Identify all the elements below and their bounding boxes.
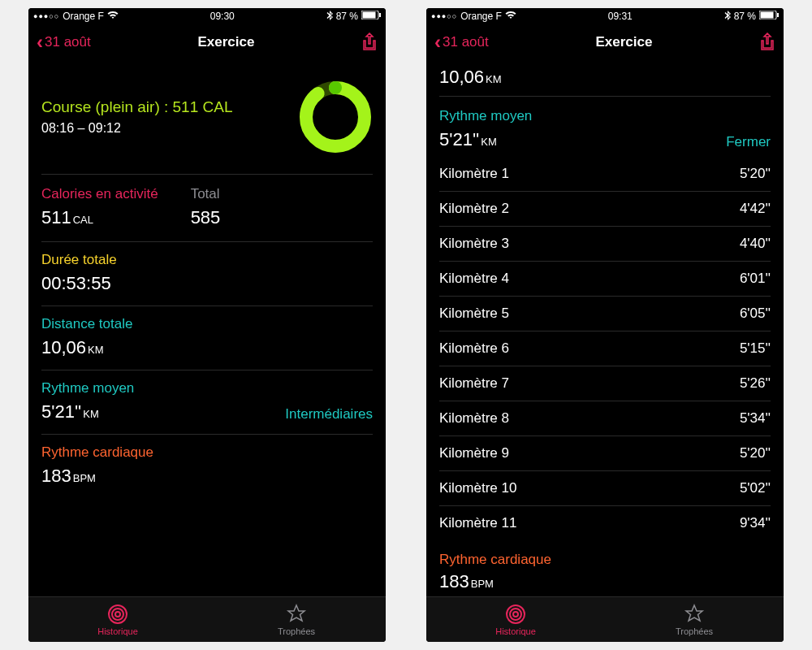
pace-block: Rythme moyen 5'21''KM Intermédiaires (28, 370, 386, 434)
split-row: Kilomètre 95'20'' (439, 436, 771, 471)
heart-rate-block: Rythme cardiaque 183BPM (28, 435, 386, 498)
svg-rect-10 (761, 12, 774, 19)
clock-label: 09:31 (608, 11, 633, 22)
split-value: 6'05'' (740, 306, 771, 322)
heart-rate-label: Rythme cardiaque (439, 552, 771, 568)
share-button[interactable] (361, 32, 378, 52)
svg-point-7 (112, 609, 123, 620)
total-calories-value: 585 (191, 207, 221, 228)
total-calories-label: Total (191, 186, 221, 202)
svg-rect-1 (363, 12, 376, 19)
split-value: 5'20'' (740, 445, 771, 462)
tab-history[interactable]: Historique (426, 597, 605, 642)
close-splits-button[interactable]: Fermer (726, 134, 771, 150)
split-value: 5'20'' (740, 166, 771, 182)
share-button[interactable] (759, 32, 775, 52)
navigation-bar: ‹ 31 août Exercice (28, 24, 386, 60)
distance-label: Distance totale (41, 316, 373, 332)
svg-point-8 (115, 612, 120, 617)
battery-icon (361, 11, 381, 22)
workout-title: Course (plein air) : 511 CAL (41, 98, 233, 116)
bluetooth-icon (724, 11, 731, 23)
pace-value: 5'21''KM (41, 401, 99, 422)
tab-bar: Historique Trophées (426, 596, 784, 642)
svg-rect-11 (777, 13, 779, 17)
split-row: Kilomètre 46'01'' (439, 262, 771, 297)
split-label: Kilomètre 8 (439, 410, 509, 427)
activity-rings-icon (107, 604, 128, 625)
divider (439, 96, 771, 97)
clock-label: 09:30 (210, 11, 235, 22)
content[interactable]: 10,06KM Rythme moyen 5'21''KM Fermer Kil… (426, 60, 784, 596)
battery-icon (759, 11, 779, 22)
split-value: 9'34'' (740, 515, 771, 531)
split-row: Kilomètre 85'34'' (439, 401, 771, 436)
svg-point-14 (513, 612, 518, 617)
distance-value: 10,06KM (41, 337, 373, 358)
split-label: Kilomètre 11 (439, 515, 516, 531)
split-value: 5'26'' (740, 375, 771, 392)
split-row: Kilomètre 75'26'' (439, 366, 771, 401)
split-row: Kilomètre 24'42'' (439, 192, 771, 227)
split-row: Kilomètre 34'40'' (439, 227, 771, 262)
signal-dots-icon: ●●●○○ (431, 12, 457, 20)
back-label: 31 août (443, 34, 489, 50)
split-value: 6'01'' (740, 271, 771, 287)
signal-dots-icon: ●●●○○ (33, 12, 59, 20)
split-value: 4'40'' (740, 236, 771, 252)
tab-history[interactable]: Historique (28, 597, 207, 642)
tab-label: Trophées (278, 626, 315, 636)
content: Course (plein air) : 511 CAL 08:16 – 09:… (28, 60, 386, 596)
wifi-icon (107, 11, 119, 22)
tab-label: Historique (495, 626, 536, 636)
back-button[interactable]: ‹ 31 août (434, 32, 489, 52)
split-row: Kilomètre 119'34'' (439, 506, 771, 540)
wifi-icon (505, 11, 516, 22)
svg-rect-2 (379, 13, 381, 17)
heart-rate-value: 183BPM (439, 571, 771, 592)
battery-label: 87 % (734, 11, 756, 22)
split-label: Kilomètre 5 (439, 306, 509, 322)
workout-timespan: 08:16 – 09:12 (41, 121, 233, 136)
split-value: 5'02'' (740, 480, 771, 496)
tab-trophies[interactable]: Trophées (605, 597, 784, 642)
svg-point-13 (510, 609, 521, 620)
split-row: Kilomètre 105'02'' (439, 471, 771, 506)
split-label: Kilomètre 1 (439, 166, 509, 182)
split-label: Kilomètre 7 (439, 375, 509, 392)
star-icon (286, 604, 307, 625)
split-label: Kilomètre 2 (439, 201, 509, 217)
phone-exercise-splits: ●●●○○ Orange F 09:31 87 % ‹ 31 août Exer… (426, 8, 784, 642)
chevron-left-icon: ‹ (434, 32, 441, 52)
splits-list: Kilomètre 15'20''Kilomètre 24'42''Kilomè… (439, 157, 771, 540)
status-bar: ●●●○○ Orange F 09:31 87 % (426, 8, 784, 24)
split-label: Kilomètre 10 (439, 480, 516, 496)
heart-rate-label: Rythme cardiaque (41, 444, 373, 461)
split-row: Kilomètre 15'20'' (439, 157, 771, 192)
splits-button[interactable]: Intermédiaires (285, 406, 373, 422)
duration-value: 00:53:55 (41, 273, 373, 294)
back-button[interactable]: ‹ 31 août (37, 32, 91, 52)
duration-block: Durée totale 00:53:55 (28, 242, 386, 306)
split-row: Kilomètre 65'15'' (439, 332, 771, 366)
phone-exercise-summary: ●●●○○ Orange F 09:30 87 % ‹ 31 août Exer… (28, 8, 386, 642)
distance-value: 10,06KM (439, 67, 771, 88)
split-value: 5'15'' (740, 340, 771, 357)
distance-block: Distance totale 10,06KM (28, 306, 386, 370)
pace-value: 5'21''KM (439, 129, 497, 150)
battery-label: 87 % (336, 11, 358, 22)
chevron-left-icon: ‹ (37, 32, 43, 52)
back-label: 31 août (45, 34, 91, 50)
workout-hero: Course (plein air) : 511 CAL 08:16 – 09:… (28, 60, 386, 174)
split-label: Kilomètre 6 (439, 340, 509, 357)
status-bar: ●●●○○ Orange F 09:30 87 % (28, 8, 386, 24)
split-label: Kilomètre 3 (439, 236, 509, 252)
activity-rings-icon (505, 604, 526, 625)
tab-bar: Historique Trophées (28, 596, 386, 642)
split-value: 5'34'' (740, 410, 771, 427)
page-title: Exercice (197, 34, 254, 50)
svg-point-4 (306, 88, 365, 146)
tab-trophies[interactable]: Trophées (207, 597, 386, 642)
tab-label: Historique (97, 626, 138, 636)
split-value: 4'42'' (740, 201, 771, 217)
